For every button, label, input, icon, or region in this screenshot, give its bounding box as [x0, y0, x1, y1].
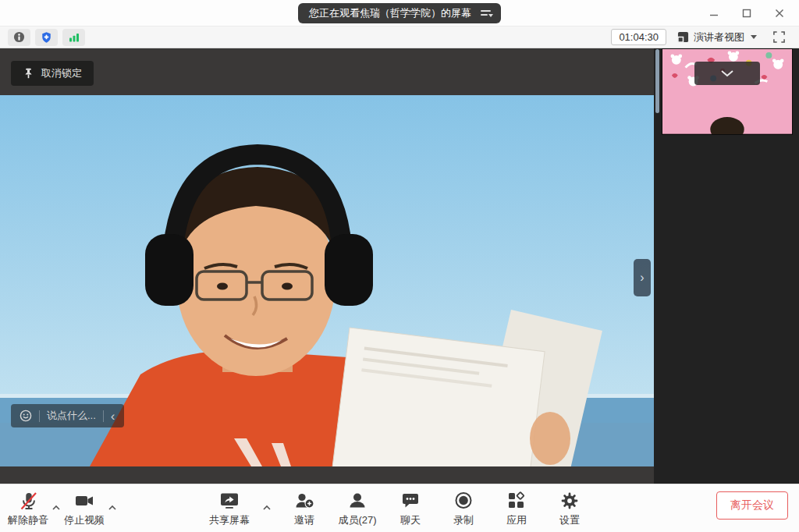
watching-banner[interactable]: 您正在观看焦瑞（哲学学院）的屏幕	[298, 3, 501, 23]
settings-label: 设置	[559, 513, 580, 527]
expand-chevron-icon: ›	[640, 271, 644, 285]
mic-options-caret[interactable]	[51, 490, 61, 514]
banner-options-icon[interactable]	[481, 10, 493, 16]
leave-meeting-button[interactable]: 离开会议	[716, 491, 788, 520]
apps-label: 应用	[506, 513, 527, 527]
shield-icon	[41, 31, 52, 44]
window-title-bar: 您正在观看焦瑞（哲学学院）的屏幕	[0, 0, 799, 27]
signal-bars-icon	[68, 31, 80, 43]
view-mode-caret-icon	[751, 35, 757, 39]
speaker-stage: 取消锁定 说点什么... ‹ ›	[0, 48, 654, 484]
scroll-more-participants-button[interactable]	[694, 62, 760, 85]
chat-button[interactable]: 聊天	[390, 490, 431, 527]
invite-person-icon	[294, 491, 314, 511]
message-placeholder[interactable]: 说点什么...	[47, 409, 96, 423]
chevron-down-icon	[720, 69, 734, 77]
fullscreen-button[interactable]	[768, 29, 790, 46]
record-icon	[453, 491, 474, 511]
camera-icon	[74, 491, 94, 511]
chat-label: 聊天	[400, 513, 421, 527]
chat-bubble-icon	[400, 491, 421, 511]
network-signal-button[interactable]	[62, 29, 85, 46]
meeting-toolbar: 01:04:30 演讲者视图	[0, 27, 799, 48]
close-icon	[775, 9, 784, 18]
gear-icon	[559, 491, 580, 511]
maximize-icon	[742, 9, 751, 18]
caption-divider	[39, 410, 40, 422]
window-controls	[698, 0, 796, 27]
speaker-view-icon	[677, 31, 689, 43]
maximize-button[interactable]	[730, 0, 763, 27]
sidebar-scrollbar[interactable]	[655, 49, 659, 113]
pin-icon	[23, 67, 34, 80]
av-controls: 解除静音 停止视频	[8, 484, 117, 532]
view-mode-button[interactable]: 演讲者视图	[671, 29, 763, 46]
members-button[interactable]: 成员(27)	[337, 490, 378, 527]
share-screen-label: 共享屏幕	[209, 513, 250, 527]
meeting-timer: 01:04:30	[611, 29, 666, 45]
apps-grid-icon	[506, 491, 527, 511]
unpin-button[interactable]: 取消锁定	[11, 61, 94, 86]
unmute-label: 解除静音	[8, 513, 48, 527]
chevron-up-icon	[51, 505, 61, 511]
participants-sidebar: 焦瑞（哲学学院）的...	[654, 48, 799, 484]
invite-button[interactable]: 邀请	[284, 490, 325, 527]
stop-video-button[interactable]: 停止视频	[64, 490, 105, 527]
share-screen-icon	[219, 491, 240, 511]
invite-label: 邀请	[294, 513, 314, 527]
info-icon	[13, 31, 25, 43]
collapse-caption-icon[interactable]: ‹	[111, 410, 115, 423]
chevron-up-icon	[108, 505, 117, 511]
security-shield-button[interactable]	[35, 29, 58, 46]
record-button[interactable]: 录制	[443, 490, 484, 527]
minimize-icon	[709, 9, 719, 18]
video-options-caret[interactable]	[108, 490, 117, 514]
meeting-controls: 共享屏幕 邀请	[209, 484, 590, 527]
participant-tile-partial[interactable]	[662, 48, 793, 135]
share-options-caret[interactable]	[262, 490, 272, 514]
view-mode-label: 演讲者视图	[694, 30, 744, 44]
main-area: 取消锁定 说点什么... ‹ ›	[0, 48, 799, 484]
caption-divider	[103, 410, 104, 422]
chevron-up-icon	[262, 505, 272, 511]
stop-video-label: 停止视频	[64, 513, 105, 527]
meeting-info-button[interactable]	[8, 29, 30, 46]
minimize-button[interactable]	[698, 0, 730, 27]
share-screen-button[interactable]: 共享屏幕	[209, 490, 250, 527]
emoji-icon[interactable]	[20, 410, 32, 422]
panel-expand-handle[interactable]: ›	[634, 259, 651, 296]
record-label: 录制	[453, 513, 474, 527]
members-icon	[347, 491, 368, 511]
close-button[interactable]	[763, 0, 796, 27]
quick-message-bar[interactable]: 说点什么... ‹	[11, 404, 124, 427]
mic-muted-icon	[18, 491, 38, 511]
fullscreen-icon	[772, 30, 786, 44]
settings-button[interactable]: 设置	[549, 490, 590, 527]
members-label: 成员(27)	[338, 513, 376, 527]
unpin-label: 取消锁定	[41, 66, 82, 80]
control-toolbar: 解除静音 停止视频	[0, 484, 799, 532]
unmute-button[interactable]: 解除静音	[8, 490, 48, 527]
apps-button[interactable]: 应用	[496, 490, 537, 527]
watching-banner-text: 您正在观看焦瑞（哲学学院）的屏幕	[309, 6, 471, 20]
